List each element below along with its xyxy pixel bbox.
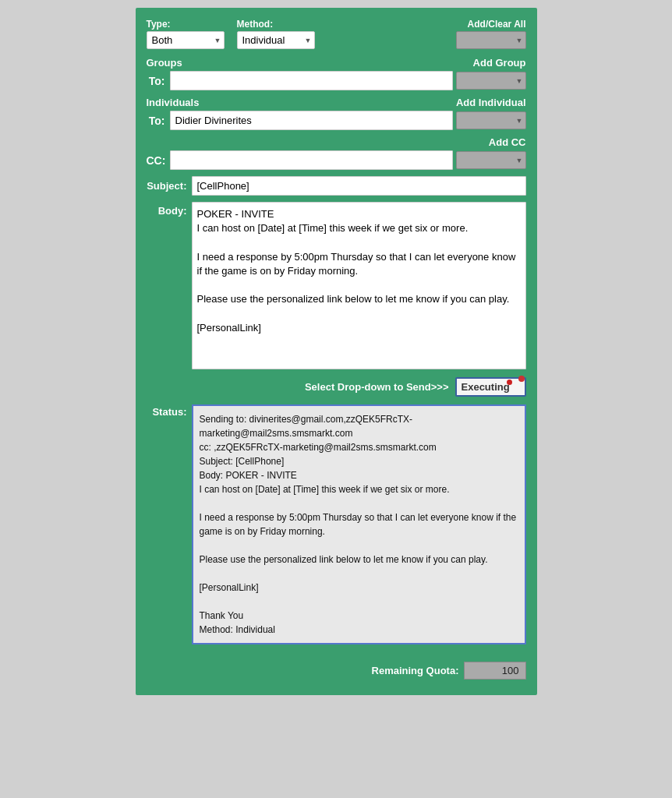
method-label: Method: [237, 19, 315, 30]
status-label: Status: [147, 404, 192, 418]
subject-label: Subject: [147, 180, 192, 192]
individuals-input[interactable] [170, 111, 453, 130]
send-label: Select Drop-down to Send>>> [305, 381, 449, 393]
add-cc-select[interactable] [456, 151, 526, 169]
quota-input [464, 662, 526, 680]
main-form: Type: Both Individual Group Method: Indi… [136, 8, 537, 695]
add-group-select[interactable] [456, 72, 526, 90]
add-clear-all-label: Add/Clear All [468, 19, 526, 30]
add-individual-label: Add Individual [456, 97, 526, 108]
individuals-label: Individuals [147, 97, 200, 108]
subject-input[interactable] [192, 176, 526, 196]
status-output: Sending to: divinerites@gmail.com,zzQEK5… [192, 404, 526, 644]
type-label: Type: [147, 19, 225, 30]
method-select[interactable]: Individual Group Both [237, 31, 315, 49]
quota-label: Remaining Quota: [372, 665, 459, 676]
cc-label: CC: [147, 154, 171, 167]
add-cc-label: Add CC [489, 136, 526, 148]
groups-label: Groups [147, 57, 182, 69]
groups-to-label: To: [147, 75, 170, 87]
groups-input[interactable] [170, 71, 453, 90]
add-clear-all-select[interactable]: Add All Clear All [456, 31, 526, 49]
add-group-label: Add Group [473, 57, 526, 69]
cc-input[interactable] [170, 150, 452, 170]
body-label: Body: [147, 202, 192, 217]
send-select[interactable]: Executing Send Test [455, 377, 526, 397]
type-select[interactable]: Both Individual Group [147, 31, 225, 49]
body-textarea[interactable] [192, 202, 526, 369]
add-individual-select[interactable] [456, 111, 526, 129]
individuals-to-label: To: [147, 115, 170, 127]
